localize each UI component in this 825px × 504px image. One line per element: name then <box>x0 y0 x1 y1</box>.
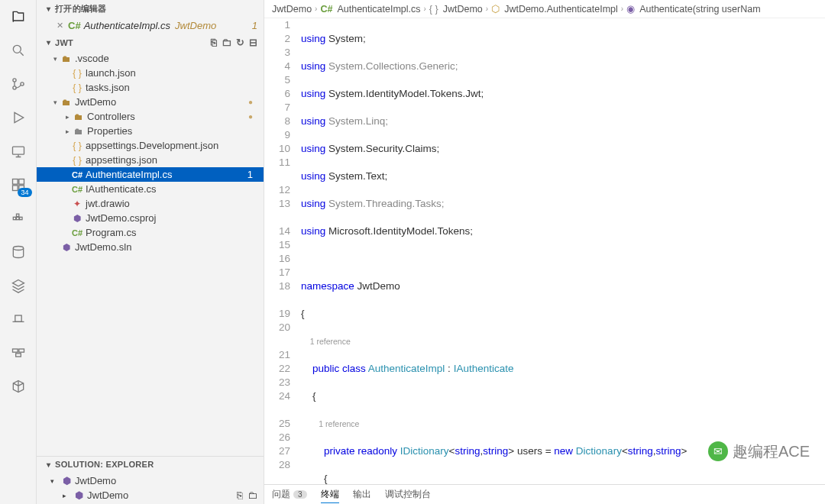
top-hat-icon[interactable] <box>9 310 28 328</box>
bricks-icon[interactable] <box>9 344 28 362</box>
svg-rect-16 <box>18 349 24 352</box>
json-icon: { } <box>70 155 84 166</box>
line-gutter: 1234567891011121314151617181920212223242… <box>264 18 301 484</box>
new-folder-icon[interactable]: 🗀 <box>222 37 231 48</box>
svg-rect-9 <box>13 217 15 219</box>
chevron-down-icon: ▾ <box>43 38 53 47</box>
json-icon: { } <box>70 141 84 151</box>
code-lines[interactable]: using System; using System.Collections.G… <box>301 18 825 484</box>
svg-rect-6 <box>18 179 24 185</box>
solution-project[interactable]: ▸⬢JwtDemo ⎘🗀 <box>37 488 264 502</box>
svg-rect-7 <box>12 186 18 191</box>
svg-rect-15 <box>12 349 18 352</box>
sln-icon: ⬢ <box>60 475 73 486</box>
explorer-icon[interactable] <box>9 8 28 26</box>
activity-bar: 34 <box>0 0 37 504</box>
svg-rect-4 <box>12 147 24 154</box>
run-debug-icon[interactable] <box>9 108 28 127</box>
explorer-root-header[interactable]: ▾ JWT ⎘ 🗀 ↻ ⊟ <box>37 34 264 51</box>
folder-jwtdemo[interactable]: ▾🖿JwtDemo● <box>37 95 264 109</box>
solution-root[interactable]: ▾⬢JwtDemo <box>37 473 264 488</box>
file-iauthenticate[interactable]: C#IAuthenticate.cs <box>37 182 264 196</box>
solution-explorer: ▾ SOLUTION: EXPLORER ▾⬢JwtDemo ▸⬢JwtDemo… <box>37 456 264 504</box>
file-program[interactable]: C#Program.cs <box>37 225 264 240</box>
search-icon[interactable] <box>9 41 28 60</box>
svg-point-1 <box>12 79 15 82</box>
code-editor[interactable]: 1234567891011121314151617181920212223242… <box>264 18 825 484</box>
svg-point-0 <box>13 45 21 53</box>
collapse-icon[interactable]: ⊟ <box>249 37 257 48</box>
tab-output[interactable]: 输出 <box>353 488 371 501</box>
sln-icon: ⬢ <box>60 242 73 253</box>
file-tree: ▾🖿.vscode { }launch.json { }tasks.json ▾… <box>37 51 264 456</box>
svg-rect-17 <box>15 354 21 357</box>
refresh-icon[interactable]: ↻ <box>236 37 244 48</box>
svg-rect-12 <box>16 214 18 216</box>
folder-open-icon: 🖿 <box>60 53 73 64</box>
source-control-icon[interactable] <box>9 75 28 93</box>
remote-icon[interactable] <box>9 142 28 160</box>
add-file-icon[interactable]: ⎘ <box>237 489 243 501</box>
watermark: ✉ 趣编程ACE <box>708 441 810 461</box>
csproj-icon: ⬢ <box>72 489 86 501</box>
extensions-icon[interactable]: 34 <box>9 176 28 194</box>
file-drawio[interactable]: ✦jwt.drawio <box>37 196 264 211</box>
folder-icon: 🖿 <box>72 111 86 122</box>
svg-point-2 <box>12 86 15 89</box>
svg-rect-14 <box>15 315 21 321</box>
folder-icon: 🖿 <box>72 126 86 137</box>
cs-icon: C# <box>70 170 84 179</box>
package-icon[interactable] <box>9 377 28 396</box>
close-icon[interactable]: ✕ <box>57 21 63 31</box>
file-sln[interactable]: ⬢JwtDemo.sln <box>37 240 264 254</box>
layers-icon[interactable] <box>9 276 28 295</box>
bottom-panel: 问题3 终端 输出 调试控制台 <box>264 484 825 504</box>
svg-rect-11 <box>19 217 21 219</box>
folder-vscode[interactable]: ▾🖿.vscode <box>37 51 264 66</box>
solution-header[interactable]: ▾ SOLUTION: EXPLORER <box>37 457 264 472</box>
folder-properties[interactable]: ▸🖿Properties <box>37 124 264 138</box>
database-icon[interactable] <box>9 243 28 261</box>
folder-open-icon: 🖿 <box>60 97 73 108</box>
sidebar: ▾ 打开的编辑器 ✕ C# AuthenticateImpl.cs JwtDem… <box>37 0 264 504</box>
svg-point-13 <box>13 247 23 250</box>
editor-area: JwtDemo› C#AuthenticateImpl.cs› { }JwtDe… <box>264 0 825 504</box>
cs-icon: C# <box>70 228 84 237</box>
file-appsettings-dev[interactable]: { }appsettings.Development.json <box>37 138 264 153</box>
json-icon: { } <box>70 68 84 79</box>
file-authenticateimpl[interactable]: C#AuthenticateImpl.cs1 <box>37 167 264 182</box>
json-icon: { } <box>70 82 84 93</box>
wechat-icon: ✉ <box>708 441 728 461</box>
chevron-down-icon: ▾ <box>43 460 53 469</box>
open-editors-header[interactable]: ▾ 打开的编辑器 <box>37 0 264 18</box>
svg-rect-10 <box>16 217 18 219</box>
cs-icon: C# <box>70 185 84 194</box>
chevron-down-icon: ▾ <box>43 5 53 13</box>
new-file-icon[interactable]: ⎘ <box>211 37 217 48</box>
docker-icon[interactable] <box>9 209 28 228</box>
svg-rect-5 <box>12 179 18 185</box>
file-launch-json[interactable]: { }launch.json <box>37 66 264 80</box>
tab-terminal[interactable]: 终端 <box>321 488 339 503</box>
tab-debug-console[interactable]: 调试控制台 <box>385 488 431 501</box>
file-csproj[interactable]: ⬢JwtDemo.csproj <box>37 211 264 225</box>
csproj-icon: ⬢ <box>70 213 84 224</box>
tab-problems[interactable]: 问题3 <box>272 488 307 501</box>
file-tasks-json[interactable]: { }tasks.json <box>37 80 264 95</box>
open-editor-item[interactable]: ✕ C# AuthenticateImpl.cs JwtDemo 1 <box>37 18 264 34</box>
drawio-icon: ✦ <box>70 199 84 209</box>
breadcrumbs[interactable]: JwtDemo› C#AuthenticateImpl.cs› { }JwtDe… <box>264 0 825 18</box>
file-appsettings[interactable]: { }appsettings.json <box>37 153 264 167</box>
add-folder-icon[interactable]: 🗀 <box>247 489 257 501</box>
folder-controllers[interactable]: ▸🖿Controllers● <box>37 109 264 124</box>
